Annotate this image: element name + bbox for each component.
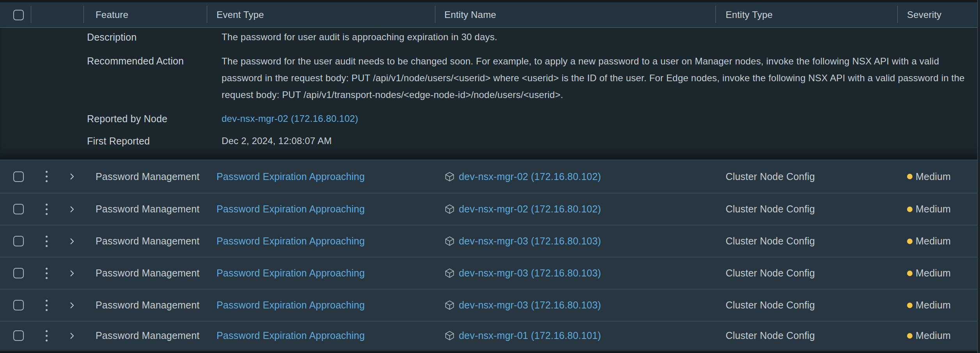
description-value: The password for user audit is approachi… (222, 31, 975, 43)
entity-type-cell: Cluster Node Config (715, 171, 897, 182)
cube-icon (444, 236, 455, 246)
entity-name-link[interactable]: dev-nsx-mgr-02 (172.16.80.102) (459, 203, 601, 215)
entity-name-link[interactable]: dev-nsx-mgr-02 (172.16.80.102) (459, 171, 601, 182)
header-checkbox-cell (0, 2, 31, 27)
severity-label: Medium (916, 171, 951, 182)
severity-label: Medium (916, 330, 951, 341)
cube-icon (444, 204, 455, 214)
event-type-link[interactable]: Password Expiration Approaching (217, 330, 365, 341)
row-menu-kebab-icon[interactable] (44, 234, 49, 248)
row-menu-kebab-icon[interactable] (44, 298, 49, 312)
feature-cell: Password Management (83, 203, 207, 215)
severity-dot-medium (907, 333, 913, 339)
event-type-link[interactable]: Password Expiration Approaching (217, 300, 365, 311)
row-checkbox[interactable] (13, 300, 24, 310)
severity-dot-medium (907, 239, 913, 244)
cube-icon (444, 300, 455, 310)
cube-icon (444, 330, 455, 341)
column-header-severity[interactable]: Severity (897, 2, 980, 27)
severity-label: Medium (916, 203, 951, 215)
entity-name-link[interactable]: dev-nsx-mgr-03 (172.16.80.103) (459, 235, 601, 247)
feature-cell: Password Management (83, 267, 207, 279)
chevron-right-icon[interactable] (68, 332, 76, 339)
recommended-action-label: Recommended Action (87, 53, 222, 70)
entity-type-cell: Cluster Node Config (715, 330, 897, 341)
severity-dot-medium (907, 271, 913, 276)
chevron-right-icon[interactable] (68, 205, 76, 213)
first-reported-label: First Reported (87, 135, 222, 147)
row-menu-kebab-icon[interactable] (44, 266, 49, 280)
column-header-event-type[interactable]: Event Type (207, 2, 435, 27)
row-menu-kebab-icon[interactable] (44, 328, 49, 343)
severity-dot-medium (907, 174, 913, 179)
row-checkbox[interactable] (13, 330, 24, 341)
cube-icon (444, 171, 455, 182)
bottom-edge-strip (0, 351, 980, 353)
column-header-entity-name[interactable]: Entity Name (435, 2, 715, 27)
feature-cell: Password Management (83, 330, 207, 341)
row-checkbox[interactable] (13, 204, 24, 214)
feature-cell: Password Management (83, 171, 207, 182)
table-header: Feature Event Type Entity Name Entity Ty… (0, 2, 980, 28)
table-row: Password Management Password Expiration … (0, 289, 980, 321)
cube-icon (444, 268, 455, 278)
event-type-link[interactable]: Password Expiration Approaching (217, 267, 365, 279)
entity-name-link[interactable]: dev-nsx-mgr-03 (172.16.80.103) (459, 300, 601, 311)
entity-name-link[interactable]: dev-nsx-mgr-01 (172.16.80.101) (459, 330, 601, 341)
alarm-detail-panel: Description The password for user audit … (0, 28, 980, 160)
row-menu-kebab-icon[interactable] (44, 202, 49, 216)
table-row: Password Management Password Expiration … (0, 225, 980, 257)
table-row: Password Management Password Expiration … (0, 193, 980, 225)
reported-by-node-label: Reported by Node (87, 112, 222, 125)
column-header-feature[interactable]: Feature (83, 2, 207, 27)
reported-by-node-link[interactable]: dev-nsx-mgr-02 (172.16.80.102) (222, 113, 358, 124)
severity-label: Medium (916, 267, 951, 279)
chevron-right-icon[interactable] (68, 173, 76, 180)
entity-type-cell: Cluster Node Config (715, 300, 897, 311)
description-label: Description (87, 31, 222, 43)
event-type-link[interactable]: Password Expiration Approaching (217, 203, 365, 215)
select-all-checkbox[interactable] (13, 10, 24, 20)
row-checkbox[interactable] (13, 268, 24, 278)
table-row: Password Management Password Expiration … (0, 257, 980, 289)
feature-cell: Password Management (83, 300, 207, 311)
chevron-right-icon[interactable] (68, 301, 76, 309)
feature-cell: Password Management (83, 235, 207, 247)
table-row: Password Management Password Expiration … (0, 321, 980, 350)
row-menu-kebab-icon[interactable] (44, 169, 49, 184)
severity-dot-medium (907, 207, 913, 212)
severity-dot-medium (907, 303, 913, 308)
row-checkbox[interactable] (13, 171, 24, 182)
entity-type-cell: Cluster Node Config (715, 203, 897, 215)
scrollbar-track[interactable] (977, 0, 980, 353)
recommended-action-value: The password for the user audit needs to… (222, 53, 975, 103)
severity-label: Medium (916, 235, 951, 247)
entity-type-cell: Cluster Node Config (715, 267, 897, 279)
table-row: Password Management Password Expiration … (0, 160, 980, 193)
first-reported-value: Dec 2, 2024, 12:08:07 AM (222, 135, 975, 147)
row-checkbox[interactable] (13, 236, 24, 246)
column-header-entity-type[interactable]: Entity Type (715, 2, 897, 27)
chevron-right-icon[interactable] (68, 237, 76, 245)
header-icons-cell (31, 2, 83, 27)
severity-label: Medium (916, 300, 951, 311)
event-type-link[interactable]: Password Expiration Approaching (217, 171, 365, 182)
entity-name-link[interactable]: dev-nsx-mgr-03 (172.16.80.103) (459, 267, 601, 279)
entity-type-cell: Cluster Node Config (715, 235, 897, 247)
event-type-link[interactable]: Password Expiration Approaching (217, 235, 365, 247)
chevron-right-icon[interactable] (68, 269, 76, 277)
